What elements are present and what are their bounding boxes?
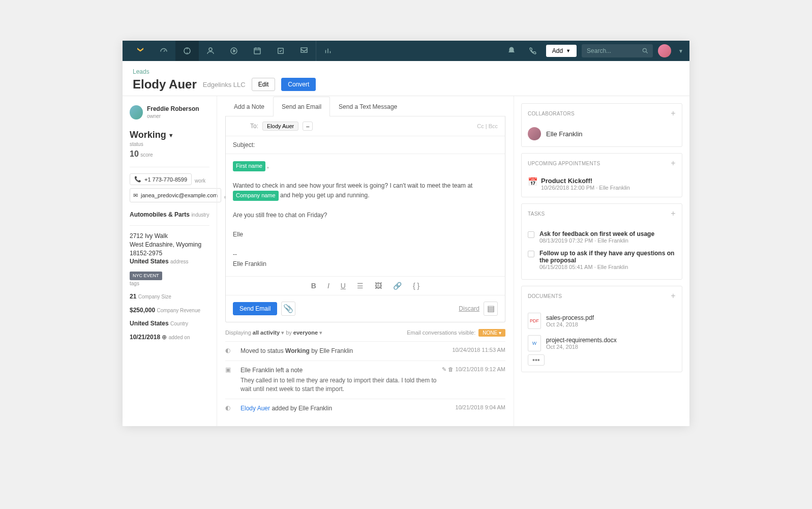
documents-title: Documents: [528, 293, 562, 299]
notifications-icon[interactable]: [503, 41, 520, 61]
address-value: 2712 Ivy Walk West Ednashire, Wyoming 18…: [130, 232, 209, 266]
campaigns-icon[interactable]: [292, 41, 316, 61]
add-appointment[interactable]: +: [671, 159, 676, 168]
phone-icon[interactable]: [525, 41, 541, 61]
email-body[interactable]: First name , Wanted to check in and see …: [226, 154, 505, 276]
format-toolbar: B I U ☰ 🖼 🔗 { }: [226, 276, 505, 295]
tab-send-email[interactable]: Send an Email: [273, 97, 330, 116]
phone-value[interactable]: 📞+1 773-770-8599: [130, 173, 192, 185]
merge-company-name[interactable]: Company name: [233, 191, 279, 201]
owner-name: Freddie Roberson: [147, 105, 199, 112]
merge-field-icon[interactable]: { }: [413, 282, 419, 290]
add-document[interactable]: +: [671, 291, 676, 301]
owner-label: owner: [147, 113, 161, 119]
tag-badge[interactable]: NYC EVENT: [130, 272, 162, 280]
status-value[interactable]: Working▼: [130, 130, 209, 140]
link-icon[interactable]: 🔗: [393, 282, 402, 290]
subject-label: Subject:: [233, 141, 255, 148]
email-value[interactable]: ✉janea_predovic@example.com: [130, 188, 221, 202]
breadcrumb[interactable]: Leads: [133, 68, 679, 75]
svg-point-5: [643, 48, 646, 52]
visibility-badge[interactable]: NONE ▾: [478, 329, 505, 337]
tasks-title: Tasks: [528, 211, 545, 217]
image-icon[interactable]: 🖼: [375, 282, 382, 290]
contacts-icon[interactable]: [199, 41, 222, 61]
dashboard-icon[interactable]: [152, 41, 175, 61]
more-documents[interactable]: •••: [528, 354, 545, 366]
note-icon: ▣: [225, 366, 235, 394]
added-date: 10/21/2018: [130, 334, 160, 341]
collaborators-title: Collaborators: [528, 111, 575, 116]
bold-icon[interactable]: B: [311, 282, 316, 290]
activity-filter[interactable]: Displaying all activity ▾ by everyone ▾: [225, 330, 322, 336]
add-collaborator[interactable]: +: [671, 109, 676, 118]
activity-item: ◐ Moved to status Working by Elle Frankl…: [225, 341, 505, 361]
document-item[interactable]: W project-requirements.docxOct 24, 2018: [528, 332, 676, 354]
add-button[interactable]: Add▼: [546, 45, 577, 57]
score-value: 10: [130, 149, 139, 158]
country-value: United States: [130, 320, 169, 327]
list-icon[interactable]: ☰: [357, 282, 364, 290]
logo-icon[interactable]: [129, 41, 152, 61]
owner-avatar: [130, 105, 143, 119]
user-avatar[interactable]: [658, 44, 671, 57]
left-sidebar: Freddie Roberson owner Working▼ status 1…: [123, 96, 217, 426]
task-item[interactable]: Follow up to ask if they have any questi…: [528, 247, 676, 273]
calendar-icon[interactable]: [246, 41, 269, 61]
edit-icon[interactable]: ✎: [442, 366, 446, 372]
attach-icon[interactable]: 📎: [281, 302, 295, 316]
email-composer: To: Elody Auer – Cc | Bcc Subject: First…: [225, 116, 505, 322]
recipient-chip[interactable]: Elody Auer: [262, 122, 298, 131]
company-size: 21: [130, 293, 136, 300]
user-menu-caret[interactable]: ▼: [678, 48, 683, 54]
svg-rect-3: [254, 48, 260, 54]
send-email-button[interactable]: Send Email: [233, 302, 277, 315]
pdf-icon: PDF: [528, 313, 541, 329]
add-recipient[interactable]: –: [303, 122, 313, 131]
task-checkbox[interactable]: [528, 251, 534, 257]
leads-icon[interactable]: [175, 41, 199, 61]
svg-point-1: [209, 48, 212, 51]
appointment-item[interactable]: 📅 Product Kickoff!10/26/2018 12:00 PM · …: [528, 177, 676, 191]
added-icon: ◐: [225, 404, 235, 413]
activity-item: ◐ Elody Auer added by Elle Franklin 10/2…: [225, 399, 505, 418]
tab-add-note[interactable]: Add a Note: [225, 97, 273, 116]
status-change-icon: ◐: [225, 347, 235, 355]
reports-icon[interactable]: [316, 41, 339, 61]
edit-button[interactable]: Edit: [252, 78, 276, 91]
top-navigation: Add▼ ▼: [123, 41, 689, 61]
merge-first-name[interactable]: First name: [233, 161, 265, 171]
convert-button[interactable]: Convert: [281, 78, 316, 91]
collaborator-item[interactable]: Elle Franklin: [528, 127, 676, 140]
delete-icon[interactable]: 🗑: [448, 366, 454, 372]
activity-item: ▣ Elle Franklin left a note They called …: [225, 361, 505, 399]
search-icon: [642, 47, 649, 54]
template-icon[interactable]: ▤: [484, 302, 498, 316]
collaborator-avatar: [528, 127, 541, 140]
discard-button[interactable]: Discard: [459, 305, 479, 312]
tasks-icon[interactable]: [269, 41, 292, 61]
lead-company: Edgelinks LLC: [203, 81, 246, 88]
task-checkbox[interactable]: [528, 231, 534, 238]
document-item[interactable]: PDF sales-process.pdfOct 24, 2018: [528, 310, 676, 332]
underline-icon[interactable]: U: [341, 282, 346, 290]
word-icon: W: [528, 335, 541, 351]
deals-icon[interactable]: [222, 41, 246, 61]
lead-name: Elody Auer: [133, 77, 197, 92]
tab-send-text[interactable]: Send a Text Message: [330, 97, 406, 116]
calendar-icon: 📅: [528, 177, 536, 191]
company-revenue: $250,000: [130, 307, 155, 314]
task-item[interactable]: Ask for feedback on first week of usage0…: [528, 227, 676, 247]
to-label: To:: [233, 123, 258, 130]
cc-bcc-toggle[interactable]: Cc | Bcc: [477, 123, 498, 129]
italic-icon[interactable]: I: [327, 282, 329, 290]
appointments-title: Upcoming Appointments: [528, 161, 600, 166]
add-task[interactable]: +: [671, 209, 676, 218]
industry-value: Automobiles & Parts: [130, 211, 190, 218]
lead-link[interactable]: Elody Auer: [240, 405, 270, 412]
